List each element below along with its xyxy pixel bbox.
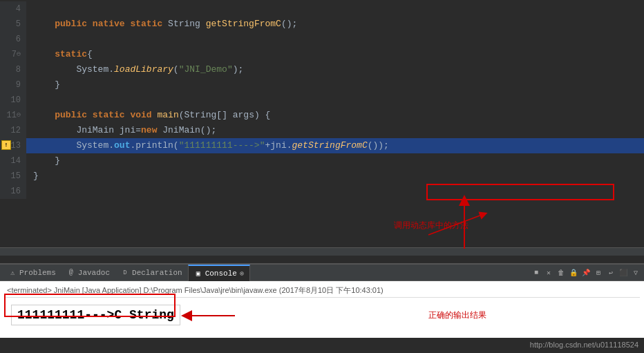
view-menu-btn[interactable]: ▽ [630, 267, 641, 278]
console-header-text: <terminated> JniMain [Java Application] … [7, 286, 383, 294]
minimize-btn[interactable]: ↩ [605, 267, 616, 278]
code-line-4: 4 [0, 1, 644, 17]
console-tab-marker: ⊗ [240, 269, 244, 278]
line-number-12: 12 [0, 123, 26, 138]
watermark: http://blog.csdn.net/u011118524 [530, 341, 638, 349]
line-number-7: 7⊖ [0, 47, 26, 62]
code-line-16: 16 [0, 184, 644, 199]
console-icon: ▣ [194, 269, 202, 278]
line-content-7: static{ [26, 47, 644, 62]
code-lines: 4 5 public native static String getStrin… [0, 0, 644, 199]
line-number-15: 15 [0, 169, 26, 184]
code-line-7: 7⊖ static{ [0, 47, 644, 62]
code-line-9: 9 } [0, 77, 644, 93]
line-number-8: 8 [0, 62, 26, 77]
tab-console-label: Console [205, 269, 237, 278]
code-line-8: 8 System.loadLibrary("JNI_Demo"); [0, 62, 644, 77]
code-line-10: 10 [0, 93, 644, 108]
code-line-12: 12 JniMain jni=new JniMain(); [0, 123, 644, 138]
tab-javadoc[interactable]: @ Javadoc [61, 265, 115, 281]
problems-icon: ⚠ [8, 269, 17, 277]
tab-console[interactable]: ▣ Console ⊗ [188, 265, 250, 281]
line-content-8: System.loadLibrary("JNI_Demo"); [26, 62, 644, 77]
string-arrows: "111111111---->" [179, 140, 265, 151]
string-jni-demo: "JNI_Demo" [179, 64, 233, 75]
scroll-lock-btn[interactable]: 🔒 [568, 267, 579, 278]
keyword-static: static [130, 19, 162, 29]
horizontal-scrollbar[interactable] [0, 247, 644, 256]
code-line-11: 11⊖ public static void main(String[] arg… [0, 108, 644, 123]
stop-btn[interactable]: ■ [531, 267, 542, 278]
line-number-9: 9 [0, 77, 26, 93]
console-header: <terminated> JniMain [Java Application] … [4, 284, 640, 298]
layout-btn[interactable]: ⊞ [593, 267, 604, 278]
keyword-public2: public [55, 110, 87, 120]
line-number-5: 5 [0, 17, 26, 32]
keyword-public: public [55, 19, 87, 29]
method-main: main [158, 110, 179, 120]
tab-actions: ■ ✕ 🗑 🔒 📌 ⊞ ↩ ⬛ ▽ [531, 267, 644, 278]
tab-javadoc-label: Javadoc [78, 269, 110, 277]
pin-btn[interactable]: 📌 [580, 267, 591, 278]
terminate-btn[interactable]: ✕ [543, 267, 554, 278]
code-line-5: 5 public native static String getStringF… [0, 17, 644, 32]
tab-problems[interactable]: ⚠ Problems [3, 265, 61, 281]
tab-declaration[interactable]: D Declaration [115, 265, 188, 281]
line-content-9: } [26, 77, 644, 93]
line-content-11: public static void main(String[] args) { [26, 108, 644, 123]
line-content-15: } [26, 169, 644, 184]
code-line-14: 14 } [0, 153, 644, 169]
line-content-13: System.out.println("111111111---->"+jni.… [26, 138, 644, 153]
line-number-6: 6 [0, 32, 26, 47]
breakpoint-icon: ! [1, 140, 11, 150]
code-line-13: ! 13 System.out.println("111111111---->"… [0, 138, 644, 153]
console-area: <terminated> JniMain [Java Application] … [0, 281, 644, 338]
method-call-getStringFromC: getStringFromC [292, 140, 368, 151]
declaration-icon: D [121, 269, 129, 277]
line-number-11: 11⊖ [0, 108, 26, 123]
code-line-15: 15 } [0, 169, 644, 184]
code-line-6: 6 [0, 32, 644, 47]
line-number-13: ! 13 [0, 138, 26, 153]
keyword-static2: static [93, 110, 125, 120]
tab-declaration-label: Declaration [132, 269, 182, 277]
method-getStringFromC: getStringFromC [206, 19, 281, 29]
line-content-14: } [26, 153, 644, 169]
console-output-area: 111111111--->C String [4, 298, 640, 332]
method-loadLibrary: loadLibrary [114, 64, 173, 75]
line-number-4: 4 [0, 1, 26, 17]
keyword-static-block: static [55, 49, 87, 59]
tab-problems-label: Problems [19, 269, 56, 277]
out-keyword: out [114, 140, 130, 151]
line-number-10: 10 [0, 93, 26, 108]
keyword-new: new [141, 125, 157, 135]
javadoc-icon: @ [67, 269, 75, 277]
maximize-btn[interactable]: ⬛ [618, 267, 629, 278]
editor-area: 4 5 public native static String getStrin… [0, 0, 644, 256]
line-content-5: public native static String getStringFro… [26, 17, 644, 32]
scrollbar-track [3, 249, 641, 255]
keyword-void: void [130, 110, 151, 120]
clear-btn[interactable]: 🗑 [556, 267, 567, 278]
keyword-native: native [93, 19, 125, 29]
console-output-text: 111111111--->C String [11, 305, 180, 325]
line-number-14: 14 [0, 153, 26, 169]
line-content-12: JniMain jni=new JniMain(); [26, 123, 644, 138]
line-number-16: 16 [0, 184, 26, 199]
tab-bar: ⚠ Problems @ Javadoc D Declaration ▣ Con… [0, 265, 644, 281]
bottom-panel: ⚠ Problems @ Javadoc D Declaration ▣ Con… [0, 263, 644, 353]
